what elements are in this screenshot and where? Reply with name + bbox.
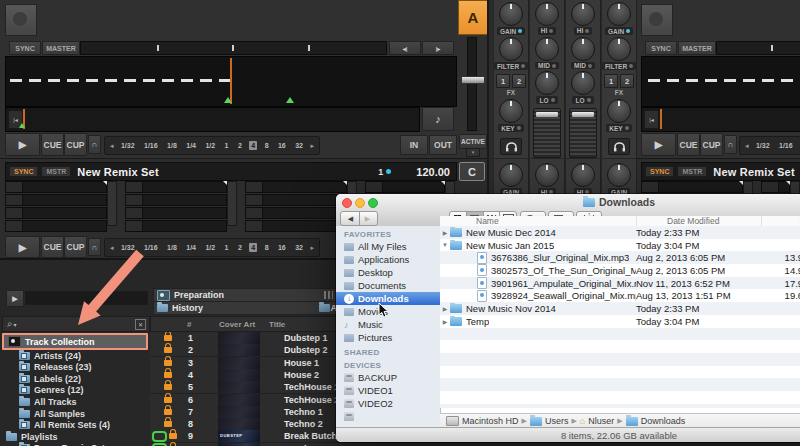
deck-b-loop-in-button[interactable]: ∩ xyxy=(724,135,737,154)
deck-d-master-button[interactable]: MSTR xyxy=(677,166,707,177)
disclosure-expanded-icon[interactable]: ▼ xyxy=(440,242,450,248)
sample-cell[interactable] xyxy=(245,181,347,193)
deck-a-keylock-button[interactable]: ♪ xyxy=(422,107,454,131)
mid-knob[interactable] xyxy=(535,37,559,61)
tree-item-artists-24-[interactable]: Artists (24) xyxy=(2,350,148,361)
beatjump-4[interactable]: 4 xyxy=(249,243,257,252)
gain-lower-knob[interactable] xyxy=(607,163,631,187)
deck-b-play-button[interactable]: ▶ xyxy=(641,133,676,156)
sample-cell[interactable] xyxy=(365,181,445,193)
beatjump-4[interactable]: 4 xyxy=(249,141,257,150)
column-number[interactable]: # xyxy=(187,320,191,329)
channel-volume-fader[interactable] xyxy=(569,108,597,158)
headphone-cue-button[interactable] xyxy=(500,138,522,155)
column-size[interactable]: Size xyxy=(762,216,800,226)
gain-knob[interactable] xyxy=(499,2,523,26)
beatjump-1-32[interactable]: 1/32 xyxy=(119,141,137,150)
sidebar-item-documents[interactable]: Documents xyxy=(336,279,440,292)
deck-d-sync-button[interactable]: SYNC xyxy=(645,166,674,177)
sidebar-item-video1[interactable]: VIDEO1 xyxy=(336,384,440,397)
disclosure-collapsed-icon[interactable]: ▶ xyxy=(440,318,450,325)
favorite-preparation[interactable]: Preparation xyxy=(153,288,338,302)
deck-c-bpm-display[interactable]: 120.00 xyxy=(416,166,450,178)
beatjump-8[interactable]: 8 xyxy=(263,243,271,252)
filter-knob[interactable] xyxy=(499,37,523,61)
beatjump-right-icon[interactable]: ▸ xyxy=(310,244,314,252)
slot-volume-strip[interactable] xyxy=(107,181,117,226)
sidebar-item-video2[interactable]: VIDEO2 xyxy=(336,397,440,410)
slot-volume-strip[interactable] xyxy=(227,181,237,226)
beatjump-2[interactable]: 2 xyxy=(236,243,244,252)
deck-a-waveform[interactable] xyxy=(5,56,457,107)
file-row-3676386-slur-original-mix-mp3[interactable]: 3676386_Slur_Original_Mix.mp3Aug 2, 2013… xyxy=(440,251,800,264)
tree-item-all-tracks[interactable]: All Tracks xyxy=(2,396,148,407)
beatjump-16[interactable]: 16 xyxy=(276,141,288,150)
deck-a-loop-in-button[interactable]: ∩ xyxy=(88,135,101,154)
sidebar-item-applications[interactable]: Applications xyxy=(336,253,440,266)
disclosure-collapsed-icon[interactable]: ▶ xyxy=(440,229,450,236)
deck-c-sync-button[interactable]: SYNC xyxy=(9,166,38,177)
beatjump-32[interactable]: 32 xyxy=(293,243,305,252)
key-knob[interactable] xyxy=(607,99,631,123)
beatjump-1-16[interactable]: 1/16 xyxy=(777,141,795,150)
close-button[interactable] xyxy=(342,198,352,208)
sample-cell[interactable] xyxy=(245,207,347,219)
sample-cell[interactable] xyxy=(5,220,107,232)
hi-knob[interactable] xyxy=(571,2,595,26)
beatjump-1-8[interactable]: 1/8 xyxy=(165,141,179,150)
sample-cell[interactable] xyxy=(125,220,227,232)
file-row-temp[interactable]: ▶TempToday 3:04 PM-- xyxy=(440,315,800,328)
deck-a-active-caret[interactable]: ▾ xyxy=(466,148,480,157)
fx-1-button[interactable]: 1 xyxy=(496,74,510,88)
tree-item-genres-12-[interactable]: Genres (12) xyxy=(2,385,148,396)
sidebar-item-pictures[interactable]: Pictures xyxy=(336,331,440,344)
sample-cell[interactable] xyxy=(125,194,227,206)
hi-knob[interactable] xyxy=(535,2,559,26)
filter-knob[interactable] xyxy=(607,37,631,61)
mid-knob[interactable] xyxy=(571,37,595,61)
search-caret-icon[interactable]: ▾ xyxy=(14,321,17,328)
beatjump-left-icon[interactable]: ◂ xyxy=(745,142,749,150)
beatjump-1-4[interactable]: 1/4 xyxy=(184,141,198,150)
sample-cell[interactable] xyxy=(245,194,347,206)
deck-b-waveform[interactable] xyxy=(641,56,800,107)
deck-a-stripe-overview[interactable]: |◂ xyxy=(5,107,420,132)
path-item-macintosh-hd[interactable]: Macintosh HD xyxy=(462,416,519,426)
finder-window[interactable]: Downloads ◀ ▶ ▾ ▾ ↑ xyxy=(336,194,800,442)
hi-lower-knob[interactable] xyxy=(571,163,595,187)
deck-a-master-button[interactable]: MASTER xyxy=(42,41,80,55)
deck-b-cover-placeholder[interactable] xyxy=(641,4,673,36)
tree-item-labels-22-[interactable]: Labels (22) xyxy=(2,373,148,384)
sample-cell[interactable] xyxy=(125,181,227,193)
file-row-3802573-of-the-sun-original-mi[interactable]: 3802573_Of_The_Sun_Original_Mix.mp3Aug 2… xyxy=(440,264,800,277)
lo-knob[interactable] xyxy=(571,71,595,95)
deck-c-master-button[interactable]: MSTR xyxy=(41,166,71,177)
beatjump-right-icon[interactable]: ▸ xyxy=(310,142,314,150)
beatjump-1-8[interactable]: 1/8 xyxy=(165,243,179,252)
deck-b-cue-button[interactable]: CUE xyxy=(677,133,700,156)
deck-a-sync-button[interactable]: SYNC xyxy=(9,41,41,55)
deck-b-sync-button[interactable]: SYNC xyxy=(645,41,677,55)
sample-cell[interactable] xyxy=(641,181,743,193)
deck-b-stripe-overview[interactable]: |◂ xyxy=(641,107,800,132)
tree-item-all-remix-sets-4-[interactable]: All Remix Sets (4) xyxy=(2,420,148,431)
deck-b-skip-start-button[interactable]: |◂ xyxy=(644,110,659,129)
path-item-nluser[interactable]: Nluser xyxy=(588,416,614,426)
beatjump-1-16[interactable]: 1/16 xyxy=(142,141,160,150)
column-date-modified[interactable]: Date Modified xyxy=(637,216,762,226)
sample-cell[interactable] xyxy=(245,220,347,232)
lo-knob[interactable] xyxy=(535,71,559,95)
gain-knob[interactable] xyxy=(607,2,631,26)
file-row-new-music-jan-2015[interactable]: ▼New Music Jan 2015Today 3:04 PM-- xyxy=(440,239,800,252)
hi-lower-knob[interactable] xyxy=(535,163,559,187)
deck-a-letter-tab[interactable]: A xyxy=(458,0,488,35)
beatjump-2[interactable]: 2 xyxy=(236,141,244,150)
minimize-button[interactable] xyxy=(355,198,365,208)
deck-c-quantize-value[interactable]: 1 xyxy=(378,167,383,177)
deck-a-grid-right-button[interactable]: |▸ xyxy=(422,41,454,55)
deck-a-loop-in-marker-button[interactable]: IN xyxy=(400,135,428,155)
beatjump-32[interactable]: 32 xyxy=(293,141,305,150)
fx-2-button[interactable]: 2 xyxy=(512,74,526,88)
file-row-3901961-ampulate-original-mix-[interactable]: 3901961_Ampulate_Original_Mix.mp3Nov 11,… xyxy=(440,277,800,290)
deck-b-master-button[interactable]: MASTER xyxy=(678,41,716,55)
